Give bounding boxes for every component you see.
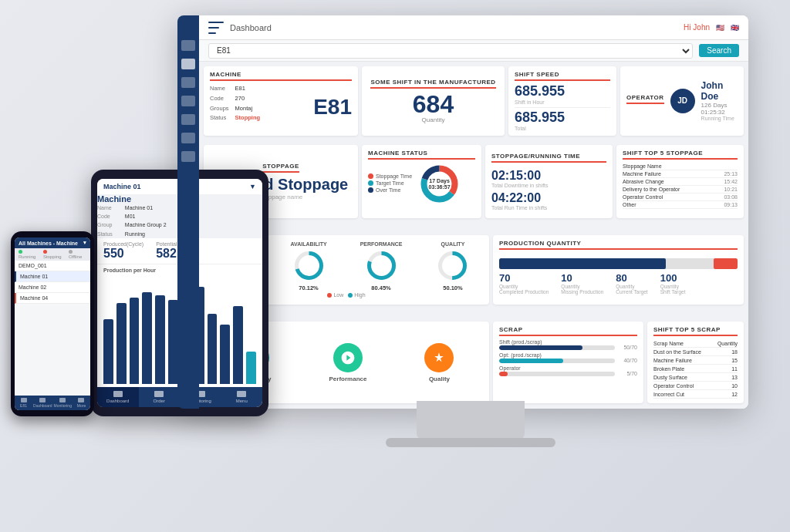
operator-card: OPERATOR JD John Doe 126 Days 01:25:32 R… bbox=[620, 66, 744, 136]
scrap-bar-2: 40/70 bbox=[499, 358, 637, 363]
prod-num-80-label: QuantityCurrent Target bbox=[616, 284, 647, 295]
top5s-header-qty: Quantity bbox=[717, 341, 738, 346]
top5-stoppage-title: SHIFT TOP 5 STOPPAGE bbox=[623, 150, 738, 160]
top5s-row3: Broken Plate 11 bbox=[653, 365, 738, 373]
tab-bar-5 bbox=[155, 295, 165, 384]
prod-num-100-label: QuantityShift Target bbox=[660, 284, 686, 295]
time-bottom-label: Total Run Time in shifts bbox=[491, 205, 606, 210]
top5s-row2: Machine Failure 15 bbox=[653, 356, 738, 365]
sidebar-icon-bell[interactable] bbox=[181, 151, 195, 162]
dashboard-header: Dashboard Hi John 🇺🇸 🇬🇧 bbox=[199, 15, 748, 40]
machine-values: E81270MontajStopping bbox=[235, 84, 261, 123]
phone-nav-more[interactable]: More bbox=[73, 396, 90, 410]
scrap-row-1: Shift (prod./scrap) 50/70 bbox=[499, 339, 637, 350]
machine-card: MACHINE NameCodeGroupsStatus E81270Monta… bbox=[204, 66, 358, 136]
menu-nav-label: Menu bbox=[236, 399, 248, 403]
operator-time-label: Running Time bbox=[701, 116, 738, 121]
search-button[interactable]: Search bbox=[699, 44, 739, 57]
legend-dot-stoppage bbox=[368, 173, 373, 179]
tablet-machine-vals: Machine 01M01Machine Group 2Running bbox=[125, 204, 167, 238]
prod-qty-title: PRODUCTION QUANTITY bbox=[499, 240, 738, 250]
tablet-produced-label: Produced(Cycle) bbox=[103, 241, 143, 247]
tab-bar-9 bbox=[208, 314, 218, 384]
sidebar-icon-chart[interactable] bbox=[181, 77, 195, 88]
icon-performance: Performance bbox=[329, 343, 367, 382]
scrap-row-1-label: Shift (prod./scrap) bbox=[499, 339, 637, 345]
top5s-row4: Dusty Surface 13 bbox=[653, 373, 738, 382]
sidebar-icon-grid[interactable] bbox=[181, 40, 195, 51]
top5-stoppage-row1: Machine Failure 25:13 bbox=[623, 170, 738, 178]
scrap-val-2: 40/70 bbox=[618, 358, 637, 363]
logo bbox=[208, 22, 224, 34]
machine-labels: NameCodeGroupsStatus bbox=[210, 84, 229, 123]
machine-status-card: MACHINE STATUS Stoppage Time bbox=[362, 145, 481, 218]
performance-label: Performance bbox=[329, 375, 367, 382]
scrap-track-2 bbox=[499, 359, 615, 363]
shift-speed-card: SHIFT SPEED 685.955 Shift in Hour 685.95… bbox=[508, 66, 616, 136]
gauge-quality-val: 50.10% bbox=[443, 285, 462, 291]
menu-nav-icon bbox=[237, 391, 246, 397]
shift-manufactured-title: SOME SHIFT IN THE MANUFACTURED bbox=[370, 79, 495, 89]
top5-stoppage-row5: Other 09:13 bbox=[623, 201, 738, 209]
phone-nav-label-dashboard: Dashboard bbox=[33, 403, 52, 408]
time-bottom-value: 04:22:00 bbox=[491, 191, 606, 205]
status-offline: Offline bbox=[69, 250, 86, 259]
top5-scrap-card: SHIFT TOP 5 SCRAP Scrap Name Quantity Du… bbox=[647, 322, 744, 403]
dashboard-title: Dashboard bbox=[230, 23, 272, 32]
top5-row4-val: 03:08 bbox=[724, 194, 738, 200]
row2: STOPPAGE Planned Stoppage Stoppage name … bbox=[204, 145, 744, 218]
gauge-availability-val: 70.12% bbox=[299, 285, 318, 291]
phone-nav-dashboard[interactable]: Dashboard bbox=[32, 396, 52, 410]
shift-manufactured-label: Quantity bbox=[422, 116, 445, 123]
machine-status-title: MACHINE STATUS bbox=[368, 150, 475, 160]
dashboard-nav-icon bbox=[113, 391, 123, 397]
toolbar: E81 Search bbox=[199, 40, 748, 62]
phone-machine-02[interactable]: Machine 02 bbox=[15, 282, 90, 293]
tab-bar-11 bbox=[233, 306, 243, 384]
shift-speed-title: SHIFT SPEED bbox=[515, 71, 610, 81]
sidebar-icon-settings[interactable] bbox=[181, 114, 195, 125]
gauge-availability-ring bbox=[292, 248, 326, 283]
tablet-nav-order[interactable]: Order bbox=[139, 387, 181, 407]
sidebar bbox=[177, 15, 199, 409]
running-time-card: STOPPAGE/RUNNING TIME 02:15:00 Total Dow… bbox=[485, 145, 613, 218]
machine-select[interactable]: E81 bbox=[208, 43, 693, 59]
prod-qty-card: PRODUCTION QUANTITY 70 QuantityComple bbox=[493, 235, 744, 305]
icon-quality: Quality bbox=[424, 343, 454, 382]
phone-machine-01[interactable]: Machine 01 bbox=[15, 271, 90, 282]
phone-header: All Machines - Machine ▾ bbox=[15, 237, 90, 248]
sidebar-icon-user[interactable] bbox=[181, 133, 195, 143]
top5-row2-val: 15:42 bbox=[724, 179, 738, 184]
phone-machine-04[interactable]: Machine 04 bbox=[15, 293, 90, 304]
scrap-rows: Shift (prod./scrap) 50/70 bbox=[499, 339, 637, 376]
top5s-row2-val: 15 bbox=[731, 358, 738, 363]
gauge-performance: PERFORMANCE 80.45% bbox=[360, 241, 403, 291]
legend-over-label: Over Time bbox=[376, 187, 400, 193]
phone: All Machines - Machine ▾ Running Stoppin… bbox=[11, 231, 94, 416]
header-left: Dashboard bbox=[208, 22, 272, 34]
legend-high: High bbox=[348, 292, 365, 298]
top5-row1-val: 25:13 bbox=[724, 171, 738, 177]
tablet-nav-menu[interactable]: Menu bbox=[221, 387, 263, 407]
legend-stoppage-label: Stoppage Time bbox=[376, 173, 412, 179]
phone-screen: All Machines - Machine ▾ Running Stoppin… bbox=[15, 237, 90, 410]
sidebar-icon-list[interactable] bbox=[181, 96, 195, 106]
top5s-row6: Incorrect Cut 12 bbox=[653, 390, 738, 399]
tablet-nav-dashboard[interactable]: Dashboard bbox=[97, 387, 139, 407]
sidebar-icon-dashboard[interactable] bbox=[181, 59, 195, 69]
gauge-availability-label: AVAILABILITY bbox=[290, 241, 326, 247]
phone-nav-e81[interactable]: E81 bbox=[15, 396, 32, 410]
tab-bar-12 bbox=[246, 352, 256, 384]
phone-nav-icon-dashboard bbox=[39, 398, 46, 402]
phone-machine-demo[interactable]: DEMO_001 bbox=[15, 261, 90, 271]
phone-nav-icon-more bbox=[78, 398, 84, 402]
top5-stoppage-row2: Abrasive Change 15:42 bbox=[623, 178, 738, 186]
gauge-performance-val: 80.45% bbox=[371, 285, 390, 291]
running-time-title: STOPPAGE/RUNNING TIME bbox=[491, 153, 606, 163]
shift-manufactured-value: 684 bbox=[413, 92, 454, 116]
phone-machines: DEMO_001 Machine 01 Machine 02 Machine 0… bbox=[15, 261, 90, 396]
phone-nav-monitoring[interactable]: Monitoring bbox=[53, 396, 73, 410]
legend-dot-over bbox=[368, 187, 373, 193]
scrap-fill-1 bbox=[499, 345, 582, 350]
tab-bar-10 bbox=[220, 325, 230, 384]
